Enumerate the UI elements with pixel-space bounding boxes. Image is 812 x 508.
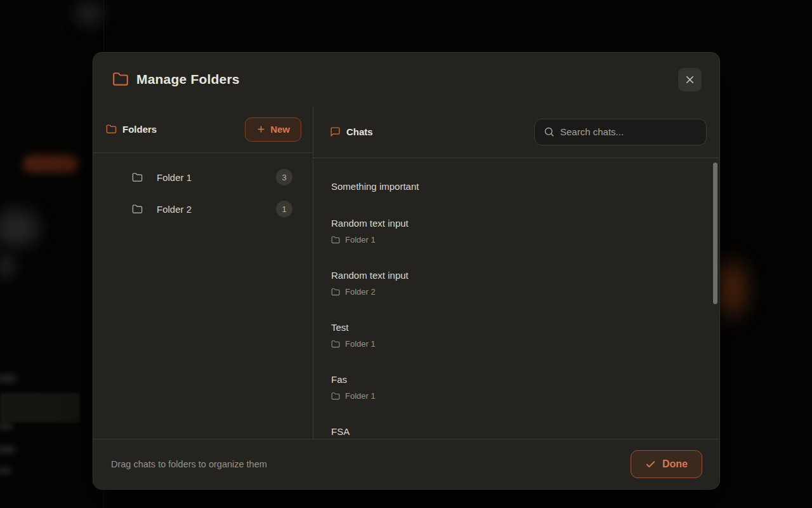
manage-folders-dialog: Manage Folders Folders New [93,52,720,490]
chats-panel-header: Chats [313,106,719,158]
chat-item-title: FSA [331,426,694,438]
folders-panel-header: Folders New [93,106,313,153]
done-button[interactable]: Done [631,450,702,478]
folder-list-item[interactable]: Folder 2 1 [103,193,303,225]
chat-item-title: Fas [331,374,694,385]
search-icon [544,126,554,137]
chat-item-title: Something important [331,181,694,192]
folders-panel-title: Folders [122,124,157,135]
chat-list-scrollbar[interactable] [713,163,717,304]
chat-list-item[interactable]: Fas Folder 1 [313,368,719,407]
background-blur-text [0,375,16,382]
folders-panel: Folders New Folder 1 3 Folder 2 1 [93,106,313,439]
chat-item-folder: Folder 1 [331,339,694,349]
folder-icon [132,204,143,215]
background-blur-nav-item [0,210,39,246]
chat-item-folder-label: Folder 1 [345,235,376,244]
chat-item-title: Random text input [331,218,694,229]
chat-list-item[interactable]: Random text input Folder 1 [313,211,719,251]
chats-panel: Chats Something important Random text in… [313,106,719,439]
new-folder-button[interactable]: New [245,117,301,142]
chat-bubble-icon [330,126,341,137]
background-blur-text [0,467,11,474]
folder-item-count: 3 [276,169,292,185]
chat-item-folder: Folder 1 [331,391,694,401]
folder-icon [331,236,340,244]
background-blur-nav-item [0,253,15,278]
chat-item-title: Test [331,322,694,333]
folder-item-label: Folder 1 [157,172,192,183]
chat-list-item[interactable]: Something important [313,175,719,199]
dialog-header: Manage Folders [93,53,719,106]
background-blur-panel [0,393,80,422]
search-box[interactable] [534,119,707,145]
close-icon [684,74,696,86]
done-button-label: Done [662,458,688,470]
search-chats-input[interactable] [560,126,697,137]
background-blur-new-chat-button [23,155,79,173]
folder-item-count: 1 [276,201,292,217]
dialog-footer: Drag chats to folders to organize them D… [93,439,719,489]
folder-icon [331,392,340,401]
chat-list-item[interactable]: Test Folder 1 [313,316,719,355]
chat-list-item[interactable]: FSA [313,420,719,439]
background-blur-logo [75,1,103,27]
folder-item-label: Folder 2 [157,204,192,215]
check-icon [645,459,656,470]
chat-item-folder-label: Folder 1 [345,339,376,349]
chat-item-folder: Folder 1 [331,235,694,244]
folder-icon [132,172,143,183]
chat-item-folder-label: Folder 1 [345,391,376,401]
plus-icon [256,124,266,134]
new-folder-button-label: New [270,124,290,135]
chats-panel-title: Chats [346,126,373,137]
chat-item-folder-label: Folder 2 [345,287,376,297]
folder-icon [331,288,340,297]
folder-icon [331,340,340,349]
close-button[interactable] [678,68,702,91]
background-blur-text [0,423,13,429]
folder-list: Folder 1 3 Folder 2 1 [93,153,313,225]
chat-list-item[interactable]: Random text input Folder 2 [313,264,719,303]
dialog-title: Manage Folders [136,72,240,87]
dialog-body: Folders New Folder 1 3 Folder 2 1 [93,106,719,439]
chat-item-folder: Folder 2 [331,287,694,297]
folder-list-item[interactable]: Folder 1 3 [103,161,303,193]
background-blur-text [0,446,15,453]
folder-icon [106,124,117,135]
drag-hint-text: Drag chats to folders to organize them [111,459,267,469]
chat-item-title: Random text input [331,270,694,281]
folder-icon [112,71,129,88]
chat-list: Something important Random text input Fo… [313,158,719,439]
